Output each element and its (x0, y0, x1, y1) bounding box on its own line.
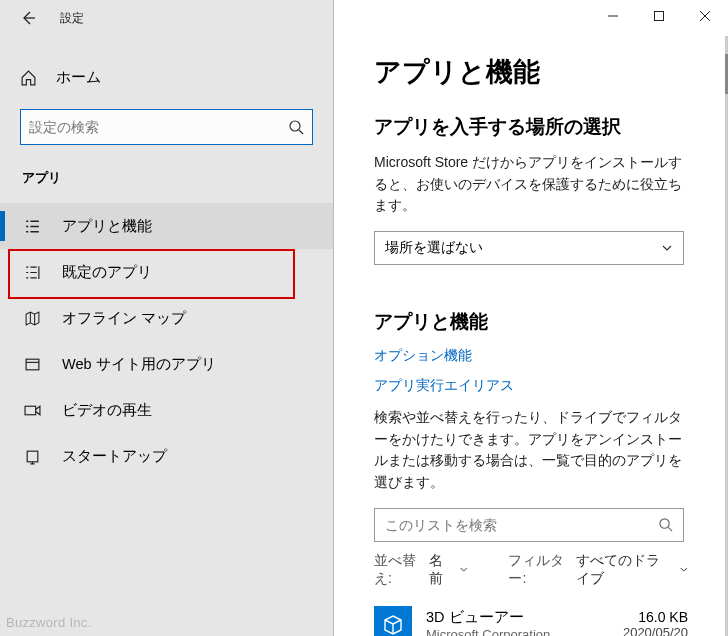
maximize-icon (653, 10, 665, 22)
app-right: 16.0 KB 2020/05/20 (623, 609, 688, 636)
filter-row: 並べ替え: 名前 フィルター: すべてのドライブ (374, 552, 688, 588)
sort-value: 名前 (429, 552, 453, 588)
app-date: 2020/05/20 (623, 625, 688, 636)
nav-websites-apps[interactable]: Web サイト用のアプリ (0, 341, 333, 387)
svg-rect-4 (655, 12, 664, 21)
apps-desc: 検索や並べ替えを行ったり、ドライブでフィルターをかけたりできます。アプリをアンイ… (374, 407, 688, 494)
nav-offline-maps[interactable]: オフライン マップ (0, 295, 333, 341)
svg-point-5 (660, 519, 669, 528)
search-input[interactable] (29, 119, 288, 135)
nav-label: Web サイト用のアプリ (62, 355, 216, 374)
startup-icon (22, 448, 42, 465)
video-icon (22, 402, 42, 419)
nav-default-apps[interactable]: 既定のアプリ (0, 249, 333, 295)
app-list-search[interactable] (374, 508, 684, 542)
close-button[interactable] (682, 0, 728, 32)
window-controls (590, 0, 728, 32)
app-size: 16.0 KB (623, 609, 688, 625)
close-icon (699, 10, 711, 22)
nav-apps-features[interactable]: アプリと機能 (0, 203, 333, 249)
chevron-down-icon (661, 242, 673, 254)
app-list-item[interactable]: 3D ビューアー Microsoft Corporation 16.0 KB 2… (374, 606, 688, 636)
search-icon (288, 119, 304, 135)
page-title: アプリと機能 (374, 54, 688, 90)
source-desc: Microsoft Store だけからアプリをインストールすると、お使いのデバ… (374, 152, 688, 217)
settings-search[interactable] (20, 109, 313, 145)
window-title: 設定 (60, 10, 84, 27)
sort-control[interactable]: 並べ替え: 名前 (374, 552, 468, 588)
svg-rect-3 (27, 451, 38, 462)
app-meta: 3D ビューアー Microsoft Corporation (426, 608, 623, 636)
section-label: アプリ (0, 145, 333, 203)
sidebar: 設定 ホーム アプリ アプリと機能 既定のアプリ オフライン マップ (0, 0, 334, 636)
apps-heading: アプリと機能 (374, 309, 688, 335)
search-icon (658, 517, 673, 532)
app-icon-cube (374, 606, 412, 636)
back-arrow-icon (20, 10, 36, 26)
maximize-button[interactable] (636, 0, 682, 32)
nav-label: スタートアップ (62, 447, 167, 466)
nav-video-playback[interactable]: ビデオの再生 (0, 387, 333, 433)
svg-rect-1 (26, 359, 39, 370)
chevron-down-icon (459, 564, 468, 575)
sort-label: 並べ替え: (374, 552, 425, 588)
home-icon (20, 69, 38, 86)
app-publisher: Microsoft Corporation (426, 627, 623, 636)
watermark: Buzzword Inc. (6, 615, 92, 630)
map-icon (22, 310, 42, 327)
nav-label: ビデオの再生 (62, 401, 152, 420)
nav-startup[interactable]: スタートアップ (0, 433, 333, 479)
default-apps-icon (22, 264, 42, 281)
chevron-down-icon (679, 564, 688, 575)
content-pane: アプリと機能 アプリを入手する場所の選択 Microsoft Store だけか… (334, 0, 728, 636)
dropdown-value: 場所を選ばない (385, 239, 483, 257)
app-name: 3D ビューアー (426, 608, 623, 627)
nav-label: 既定のアプリ (62, 263, 152, 282)
home-label: ホーム (56, 68, 101, 87)
nav-label: アプリと機能 (62, 217, 152, 236)
source-heading: アプリを入手する場所の選択 (374, 114, 688, 140)
back-button[interactable] (18, 10, 38, 26)
filter-label: フィルター: (508, 552, 572, 588)
nav-label: オフライン マップ (62, 309, 186, 328)
svg-point-0 (290, 121, 300, 131)
minimize-icon (607, 10, 619, 22)
app-exec-alias-link[interactable]: アプリ実行エイリアス (374, 377, 688, 395)
minimize-button[interactable] (590, 0, 636, 32)
titlebar: 設定 (0, 0, 333, 36)
optional-features-link[interactable]: オプション機能 (374, 347, 688, 365)
website-apps-icon (22, 356, 42, 373)
filter-value: すべてのドライブ (576, 552, 672, 588)
list-icon (22, 218, 42, 235)
app-list-search-input[interactable] (385, 517, 658, 533)
filter-control[interactable]: フィルター: すべてのドライブ (508, 552, 688, 588)
home-button[interactable]: ホーム (0, 58, 333, 97)
svg-rect-2 (25, 406, 36, 415)
source-dropdown[interactable]: 場所を選ばない (374, 231, 684, 265)
